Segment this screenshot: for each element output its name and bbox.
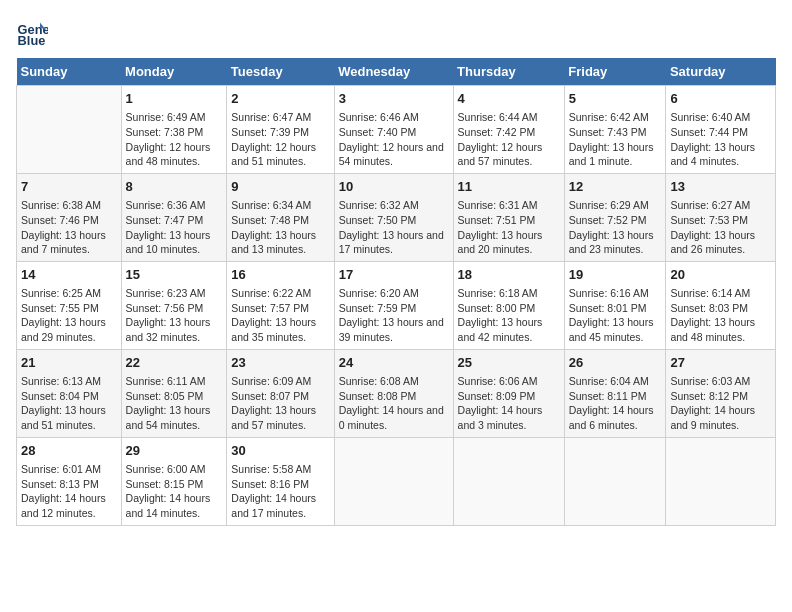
calendar-week-row: 21 Sunrise: 6:13 AM Sunset: 8:04 PM Dayl… — [17, 349, 776, 437]
day-number: 15 — [126, 266, 223, 284]
sunrise-text: Sunrise: 6:49 AM — [126, 111, 206, 123]
day-number: 28 — [21, 442, 117, 460]
cell-info: Sunrise: 6:32 AM Sunset: 7:50 PM Dayligh… — [339, 198, 449, 257]
daylight-text: Daylight: 12 hours and 51 minutes. — [231, 141, 316, 168]
sunrise-text: Sunrise: 6:36 AM — [126, 199, 206, 211]
calendar-cell: 13 Sunrise: 6:27 AM Sunset: 7:53 PM Dayl… — [666, 173, 776, 261]
day-number: 9 — [231, 178, 329, 196]
day-number: 21 — [21, 354, 117, 372]
day-number: 20 — [670, 266, 771, 284]
sunset-text: Sunset: 8:09 PM — [458, 390, 536, 402]
calendar-cell: 19 Sunrise: 6:16 AM Sunset: 8:01 PM Dayl… — [564, 261, 666, 349]
day-number: 3 — [339, 90, 449, 108]
daylight-text: Daylight: 12 hours and 54 minutes. — [339, 141, 444, 168]
daylight-text: Daylight: 13 hours and 20 minutes. — [458, 229, 543, 256]
cell-info: Sunrise: 6:08 AM Sunset: 8:08 PM Dayligh… — [339, 374, 449, 433]
sunrise-text: Sunrise: 6:25 AM — [21, 287, 101, 299]
day-header: Saturday — [666, 58, 776, 86]
day-header: Monday — [121, 58, 227, 86]
day-number: 8 — [126, 178, 223, 196]
calendar-cell: 6 Sunrise: 6:40 AM Sunset: 7:44 PM Dayli… — [666, 86, 776, 174]
daylight-text: Daylight: 13 hours and 29 minutes. — [21, 316, 106, 343]
sunset-text: Sunset: 8:12 PM — [670, 390, 748, 402]
day-number: 14 — [21, 266, 117, 284]
sunset-text: Sunset: 7:51 PM — [458, 214, 536, 226]
daylight-text: Daylight: 14 hours and 0 minutes. — [339, 404, 444, 431]
calendar-cell: 23 Sunrise: 6:09 AM Sunset: 8:07 PM Dayl… — [227, 349, 334, 437]
sunset-text: Sunset: 8:03 PM — [670, 302, 748, 314]
day-number: 7 — [21, 178, 117, 196]
cell-info: Sunrise: 6:47 AM Sunset: 7:39 PM Dayligh… — [231, 110, 329, 169]
day-header: Friday — [564, 58, 666, 86]
calendar-cell: 18 Sunrise: 6:18 AM Sunset: 8:00 PM Dayl… — [453, 261, 564, 349]
calendar-cell: 30 Sunrise: 5:58 AM Sunset: 8:16 PM Dayl… — [227, 437, 334, 525]
calendar-cell: 12 Sunrise: 6:29 AM Sunset: 7:52 PM Dayl… — [564, 173, 666, 261]
sunrise-text: Sunrise: 6:14 AM — [670, 287, 750, 299]
day-number: 16 — [231, 266, 329, 284]
calendar-cell: 15 Sunrise: 6:23 AM Sunset: 7:56 PM Dayl… — [121, 261, 227, 349]
daylight-text: Daylight: 13 hours and 54 minutes. — [126, 404, 211, 431]
calendar-cell: 14 Sunrise: 6:25 AM Sunset: 7:55 PM Dayl… — [17, 261, 122, 349]
daylight-text: Daylight: 13 hours and 4 minutes. — [670, 141, 755, 168]
calendar-cell: 20 Sunrise: 6:14 AM Sunset: 8:03 PM Dayl… — [666, 261, 776, 349]
sunset-text: Sunset: 8:16 PM — [231, 478, 309, 490]
calendar-cell — [17, 86, 122, 174]
cell-info: Sunrise: 6:20 AM Sunset: 7:59 PM Dayligh… — [339, 286, 449, 345]
sunset-text: Sunset: 8:07 PM — [231, 390, 309, 402]
cell-info: Sunrise: 6:03 AM Sunset: 8:12 PM Dayligh… — [670, 374, 771, 433]
calendar-cell: 7 Sunrise: 6:38 AM Sunset: 7:46 PM Dayli… — [17, 173, 122, 261]
sunrise-text: Sunrise: 6:16 AM — [569, 287, 649, 299]
sunrise-text: Sunrise: 5:58 AM — [231, 463, 311, 475]
cell-info: Sunrise: 6:18 AM Sunset: 8:00 PM Dayligh… — [458, 286, 560, 345]
daylight-text: Daylight: 13 hours and 45 minutes. — [569, 316, 654, 343]
day-number: 4 — [458, 90, 560, 108]
sunset-text: Sunset: 8:04 PM — [21, 390, 99, 402]
sunset-text: Sunset: 8:01 PM — [569, 302, 647, 314]
day-number: 10 — [339, 178, 449, 196]
sunrise-text: Sunrise: 6:46 AM — [339, 111, 419, 123]
cell-info: Sunrise: 6:27 AM Sunset: 7:53 PM Dayligh… — [670, 198, 771, 257]
sunset-text: Sunset: 8:13 PM — [21, 478, 99, 490]
sunrise-text: Sunrise: 6:01 AM — [21, 463, 101, 475]
sunrise-text: Sunrise: 6:40 AM — [670, 111, 750, 123]
day-number: 22 — [126, 354, 223, 372]
calendar-cell: 10 Sunrise: 6:32 AM Sunset: 7:50 PM Dayl… — [334, 173, 453, 261]
sunrise-text: Sunrise: 6:38 AM — [21, 199, 101, 211]
calendar-cell: 29 Sunrise: 6:00 AM Sunset: 8:15 PM Dayl… — [121, 437, 227, 525]
sunset-text: Sunset: 7:43 PM — [569, 126, 647, 138]
daylight-text: Daylight: 13 hours and 32 minutes. — [126, 316, 211, 343]
day-number: 23 — [231, 354, 329, 372]
sunrise-text: Sunrise: 6:34 AM — [231, 199, 311, 211]
day-number: 1 — [126, 90, 223, 108]
day-number: 6 — [670, 90, 771, 108]
cell-info: Sunrise: 6:40 AM Sunset: 7:44 PM Dayligh… — [670, 110, 771, 169]
calendar-cell: 25 Sunrise: 6:06 AM Sunset: 8:09 PM Dayl… — [453, 349, 564, 437]
sunrise-text: Sunrise: 6:29 AM — [569, 199, 649, 211]
daylight-text: Daylight: 14 hours and 14 minutes. — [126, 492, 211, 519]
day-header: Sunday — [17, 58, 122, 86]
calendar-cell: 2 Sunrise: 6:47 AM Sunset: 7:39 PM Dayli… — [227, 86, 334, 174]
sunset-text: Sunset: 7:50 PM — [339, 214, 417, 226]
daylight-text: Daylight: 14 hours and 3 minutes. — [458, 404, 543, 431]
cell-info: Sunrise: 6:11 AM Sunset: 8:05 PM Dayligh… — [126, 374, 223, 433]
daylight-text: Daylight: 13 hours and 48 minutes. — [670, 316, 755, 343]
day-number: 27 — [670, 354, 771, 372]
calendar-cell: 21 Sunrise: 6:13 AM Sunset: 8:04 PM Dayl… — [17, 349, 122, 437]
calendar-week-row: 1 Sunrise: 6:49 AM Sunset: 7:38 PM Dayli… — [17, 86, 776, 174]
daylight-text: Daylight: 13 hours and 23 minutes. — [569, 229, 654, 256]
day-number: 24 — [339, 354, 449, 372]
sunrise-text: Sunrise: 6:03 AM — [670, 375, 750, 387]
sunset-text: Sunset: 7:56 PM — [126, 302, 204, 314]
calendar-table: SundayMondayTuesdayWednesdayThursdayFrid… — [16, 58, 776, 526]
calendar-cell: 5 Sunrise: 6:42 AM Sunset: 7:43 PM Dayli… — [564, 86, 666, 174]
calendar-cell: 26 Sunrise: 6:04 AM Sunset: 8:11 PM Dayl… — [564, 349, 666, 437]
calendar-cell: 16 Sunrise: 6:22 AM Sunset: 7:57 PM Dayl… — [227, 261, 334, 349]
calendar-cell: 22 Sunrise: 6:11 AM Sunset: 8:05 PM Dayl… — [121, 349, 227, 437]
cell-info: Sunrise: 6:38 AM Sunset: 7:46 PM Dayligh… — [21, 198, 117, 257]
day-number: 5 — [569, 90, 662, 108]
day-number: 18 — [458, 266, 560, 284]
day-number: 30 — [231, 442, 329, 460]
sunrise-text: Sunrise: 6:47 AM — [231, 111, 311, 123]
sunset-text: Sunset: 7:47 PM — [126, 214, 204, 226]
sunset-text: Sunset: 8:11 PM — [569, 390, 647, 402]
